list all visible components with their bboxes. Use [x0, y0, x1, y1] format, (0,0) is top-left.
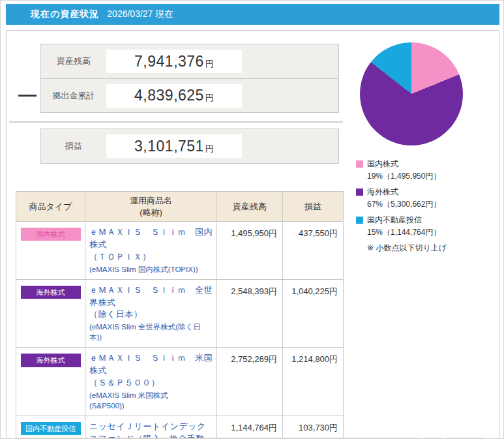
pie-legend: 国内株式 19%（1,495,950円） 海外株式 67%（5,300,662円… [356, 159, 493, 254]
legend-label: 国内株式 [367, 159, 398, 170]
legend-value: 19%（1,495,950円） [356, 171, 493, 182]
table-row: 海外株式 ｅＭＡＸＩＳ Ｓｌｉｍ 全世界株式 （除く日本） (eMAXIS Sl… [16, 279, 344, 348]
product-type-badge: 海外株式 [21, 354, 81, 367]
legend-label: 海外株式 [367, 187, 398, 198]
asset-balance-label: 資産残高 [41, 55, 106, 67]
legend-value: 15%（1,144,764円） [356, 227, 493, 238]
product-name-link[interactable]: ニッセイＪリートインデックスファンド（購入・換金手数料なし） [89, 421, 213, 439]
as-of-date: 2026/03/27 現在 [107, 8, 173, 20]
table-row: 海外株式 ｅＭＡＸＩＳ Ｓｌｉｍ 米国株式 （Ｓ＆Ｐ５００） (eMAXIS S… [16, 348, 344, 416]
product-name-link[interactable]: ｅＭＡＸＩＳ Ｓｌｉｍ 全世界株式 （除く日本） [89, 284, 213, 322]
col-product-type: 商品タイプ [16, 192, 85, 222]
contribution-total-value: 4,839,625 円 [106, 84, 242, 108]
profit-loss-cell: 103,730円 [283, 416, 344, 439]
asset-balance-row: 資産残高 7,941,376 円 [41, 44, 338, 78]
product-type-badge: 国内株式 [21, 228, 81, 241]
product-name-link[interactable]: ｅＭＡＸＩＳ Ｓｌｉｍ 米国株式 （Ｓ＆Ｐ５００） [89, 352, 213, 389]
pink-swatch-icon [356, 160, 363, 168]
balance-summary-box: 資産残高 7,941,376 円 拠出金累計 4,839,625 円 [40, 44, 339, 113]
blue-swatch-icon [356, 217, 363, 224]
content-panel: 資産残高 7,941,376 円 拠出金累計 4,839,625 円 — 損益 [6, 30, 499, 439]
table-header-row: 商品タイプ 運用商品名 (略称) 資産残高 損益 [16, 192, 344, 222]
table-row: 国内不動産投信 ニッセイＪリートインデックスファンド（購入・換金手数料なし） （… [16, 416, 344, 439]
legend-entry-domestic-stock: 国内株式 19%（1,495,950円） [356, 159, 493, 182]
legend-value: 67%（5,300,662円） [356, 199, 493, 210]
profit-loss-value: 3,101,751 円 [106, 134, 242, 158]
balance-cell: 2,752,269円 [217, 348, 283, 416]
page-header: 現在の資産状況 2026/03/27 現在 [6, 4, 499, 25]
col-balance: 資産残高 [217, 192, 283, 222]
profit-loss-box: 損益 3,101,751 円 [40, 129, 339, 164]
product-subname[interactable]: (eMAXIS Slim 米国株式 (S&P500)) [89, 390, 213, 411]
legend-entry-domestic-reit: 国内不動産投信 15%（1,144,764円） [356, 215, 493, 238]
profit-loss-cell: 1,040,225円 [283, 279, 344, 348]
product-name-link[interactable]: ｅＭＡＸＩＳ Ｓｌｉｍ 国内株式 （ＴＯＰＩＸ） [89, 226, 213, 264]
profit-loss-label: 損益 [41, 140, 106, 152]
legend-label: 国内不動産投信 [367, 215, 422, 226]
col-profit-loss: 損益 [283, 192, 344, 222]
product-type-badge: 海外株式 [21, 286, 81, 299]
product-type-badge: 国内不動産投信 [21, 422, 81, 435]
minus-operator: — [18, 85, 37, 104]
yen-unit: 円 [205, 143, 214, 155]
balance-cell: 2,548,393円 [217, 279, 283, 348]
page-title: 現在の資産状況 [31, 8, 99, 20]
purple-swatch-icon [356, 189, 363, 196]
product-subname[interactable]: (eMAXIS Slim 国内株式(TOPIX)) [89, 264, 213, 275]
yen-unit: 円 [205, 58, 214, 70]
profit-loss-row: 損益 3,101,751 円 [41, 129, 338, 163]
rounding-note: ※ 小数点以下切り上げ [356, 243, 493, 254]
asset-balance-value: 7,941,376 円 [106, 50, 242, 73]
yen-unit: 円 [205, 92, 214, 104]
equals-divider-line [9, 121, 343, 123]
table-row: 国内株式 ｅＭＡＸＩＳ Ｓｌｉｍ 国内株式 （ＴＯＰＩＸ） (eMAXIS Sl… [16, 222, 344, 280]
asset-status-page: 現在の資産状況 2026/03/27 現在 資産残高 7,941,376 円 拠… [0, 0, 504, 439]
profit-loss-cell: 437,550円 [283, 222, 344, 280]
legend-entry-foreign-stock: 海外株式 67%（5,300,662円） [356, 187, 493, 210]
holdings-table: 商品タイプ 運用商品名 (略称) 資産残高 損益 国内株式 ｅＭＡＸＩＳ Ｓｌｉ… [16, 191, 343, 439]
profit-loss-cell: 1,214,800円 [283, 348, 344, 416]
contribution-total-row: 拠出金累計 4,839,625 円 [41, 78, 338, 112]
contribution-total-label: 拠出金累計 [41, 90, 106, 102]
balance-cell: 1,495,950円 [217, 222, 283, 280]
asset-allocation-pie-chart [360, 42, 463, 145]
product-subname[interactable]: (eMAXIS Slim 全世界株式(除く日 本)) [89, 322, 213, 342]
balance-cell: 1,144,764円 [217, 416, 283, 439]
col-product-name: 運用商品名 (略称) [85, 192, 217, 222]
